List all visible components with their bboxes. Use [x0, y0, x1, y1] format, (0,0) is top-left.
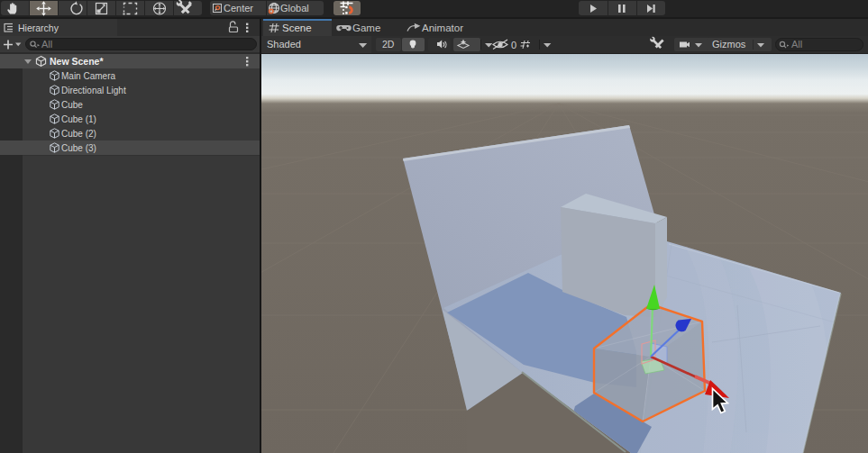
svg-text:Cube (2): Cube (2) [61, 129, 96, 139]
svg-text:2D: 2D [382, 39, 395, 50]
svg-text:All: All [791, 39, 802, 50]
svg-text:Shaded: Shaded [267, 39, 301, 50]
svg-text:Cube (3): Cube (3) [61, 143, 96, 153]
svg-text:Center: Center [224, 3, 253, 14]
svg-text:Cube (1): Cube (1) [61, 114, 96, 124]
svg-text:Global: Global [280, 3, 309, 14]
svg-text:0: 0 [511, 40, 516, 50]
svg-text:All: All [41, 39, 52, 50]
svg-text:Gizmos: Gizmos [712, 39, 746, 50]
svg-text:Scene: Scene [282, 23, 312, 33]
svg-text:Game: Game [352, 23, 380, 33]
svg-text:Main Camera: Main Camera [61, 71, 115, 81]
svg-text:Animator: Animator [422, 23, 463, 33]
svg-text:Directional Light: Directional Light [61, 86, 126, 95]
svg-text:New Scene*: New Scene* [50, 56, 104, 67]
svg-text:Cube: Cube [61, 100, 83, 110]
svg-text:Hierarchy: Hierarchy [18, 23, 59, 33]
